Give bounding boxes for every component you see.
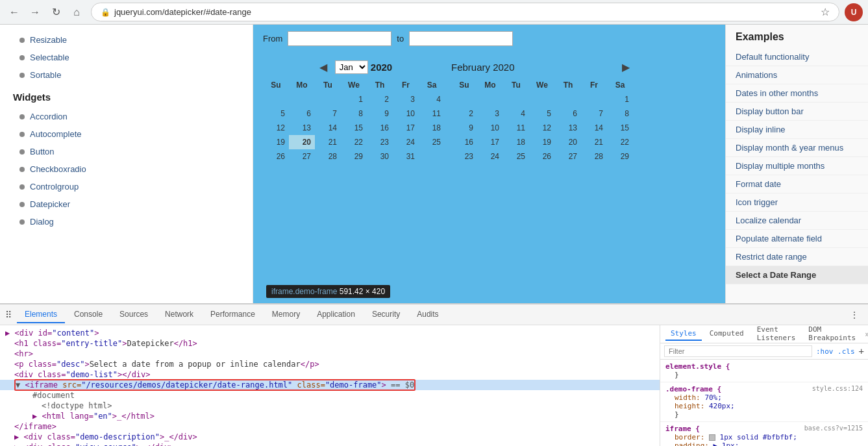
calendar-day[interactable]: 17 bbox=[393, 121, 419, 135]
profile-avatar[interactable]: U bbox=[845, 3, 863, 21]
next-month-button[interactable]: ▶ bbox=[619, 59, 633, 75]
devtools-tab-network[interactable]: Network bbox=[157, 306, 201, 323]
example-item[interactable]: Default functionality bbox=[726, 48, 868, 66]
calendar-day[interactable]: 2 bbox=[367, 92, 393, 106]
filter-input[interactable] bbox=[664, 345, 812, 357]
example-item[interactable]: Animations bbox=[726, 66, 868, 84]
calendar-day[interactable]: 15 bbox=[607, 121, 633, 135]
calendar-day[interactable]: 10 bbox=[393, 106, 419, 121]
reload-button[interactable]: ↻ bbox=[47, 3, 65, 21]
address-bar[interactable]: 🔒 jqueryui.com/datepicker/#date-range ☆ bbox=[91, 3, 839, 21]
sidebar-item-checkboxradio[interactable]: Checkboxradio bbox=[0, 160, 253, 178]
add-style-button[interactable]: + bbox=[859, 346, 864, 356]
month-select[interactable]: JanFebMar AprMayJun JulAugSep OctNovDec bbox=[335, 60, 368, 74]
devtools-tab-sources[interactable]: Sources bbox=[112, 306, 156, 323]
calendar-day[interactable]: 21 bbox=[581, 135, 607, 149]
calendar-day[interactable]: 8 bbox=[607, 106, 633, 121]
calendar-day[interactable]: 20 bbox=[289, 135, 315, 149]
devtools-tab-security[interactable]: Security bbox=[364, 306, 408, 323]
example-item[interactable]: Display multiple months bbox=[726, 157, 868, 175]
calendar-day[interactable]: 12 bbox=[529, 121, 555, 135]
more-tabs-icon[interactable]: » bbox=[865, 330, 868, 339]
sidebar-item-sortable[interactable]: Sortable bbox=[0, 66, 253, 84]
calendar-day[interactable]: 19 bbox=[263, 135, 289, 149]
calendar-day[interactable]: 23 bbox=[451, 149, 477, 164]
calendar-day[interactable]: 27 bbox=[555, 149, 581, 164]
calendar-day[interactable]: 24 bbox=[477, 149, 503, 164]
calendar-day[interactable]: 13 bbox=[555, 121, 581, 135]
calendar-day[interactable]: 9 bbox=[451, 121, 477, 135]
style-source[interactable]: style.css:124 bbox=[812, 385, 863, 392]
calendar-day[interactable]: 24 bbox=[393, 135, 419, 149]
calendar-day[interactable]: 15 bbox=[341, 121, 367, 135]
calendar-day[interactable]: 11 bbox=[419, 106, 445, 121]
bookmark-icon[interactable]: ☆ bbox=[821, 6, 830, 18]
calendar-day[interactable]: 28 bbox=[315, 149, 341, 164]
back-button[interactable]: ← bbox=[5, 3, 23, 21]
forward-button[interactable]: → bbox=[26, 3, 44, 21]
calendar-day[interactable]: 6 bbox=[289, 106, 315, 121]
devtools-tab-elements[interactable]: Elements bbox=[17, 306, 65, 323]
sidebar-item-autocomplete[interactable]: Autocomplete bbox=[0, 125, 253, 143]
example-item[interactable]: Format date bbox=[726, 175, 868, 193]
calendar-day[interactable]: 23 bbox=[367, 135, 393, 149]
calendar-day[interactable]: 18 bbox=[503, 135, 529, 149]
example-item[interactable]: Restrict date range bbox=[726, 248, 868, 266]
calendar-day[interactable]: 4 bbox=[419, 92, 445, 106]
calendar-day[interactable]: 26 bbox=[529, 149, 555, 164]
calendar-day[interactable]: 30 bbox=[367, 149, 393, 164]
styles-tab-styles[interactable]: Styles bbox=[665, 327, 702, 341]
calendar-day[interactable]: 6 bbox=[555, 106, 581, 121]
sidebar-item-dialog[interactable]: Dialog bbox=[0, 213, 253, 230]
example-item[interactable]: Display month & year menus bbox=[726, 139, 868, 157]
example-item[interactable]: Icon trigger bbox=[726, 193, 868, 212]
calendar-day[interactable]: 25 bbox=[419, 135, 445, 149]
calendar-day[interactable]: 5 bbox=[263, 106, 289, 121]
example-item[interactable]: Localize calendar bbox=[726, 212, 868, 230]
calendar-day[interactable]: 20 bbox=[555, 135, 581, 149]
calendar-day[interactable]: 31 bbox=[393, 149, 419, 164]
calendar-day[interactable]: 26 bbox=[263, 149, 289, 164]
calendar-day[interactable]: 2 bbox=[451, 106, 477, 121]
calendar-day[interactable]: 8 bbox=[341, 106, 367, 121]
calendar-day[interactable]: 5 bbox=[529, 106, 555, 121]
styles-tab-computed[interactable]: Computed bbox=[704, 327, 749, 341]
calendar-day[interactable]: 12 bbox=[263, 121, 289, 135]
calendar-day[interactable]: 17 bbox=[477, 135, 503, 149]
devtools-tab-application[interactable]: Application bbox=[309, 306, 363, 323]
calendar-day[interactable]: 22 bbox=[341, 135, 367, 149]
sidebar-item-selectable[interactable]: Selectable bbox=[0, 49, 253, 66]
style-source[interactable]: base.css?v=1215 bbox=[804, 425, 863, 432]
calendar-day[interactable]: 16 bbox=[451, 135, 477, 149]
calendar-day[interactable]: 28 bbox=[581, 149, 607, 164]
example-item[interactable]: Select a Date Range bbox=[726, 266, 868, 284]
devtools-tab-performance[interactable]: Performance bbox=[203, 306, 263, 323]
hov-cls-toggle[interactable]: :hov .cls bbox=[816, 347, 855, 356]
calendar-day[interactable]: 18 bbox=[419, 121, 445, 135]
sidebar-item-resizable[interactable]: Resizable bbox=[0, 31, 253, 49]
from-date-input[interactable] bbox=[288, 31, 391, 46]
sidebar-item-button[interactable]: Button bbox=[0, 143, 253, 160]
calendar-day[interactable]: 1 bbox=[607, 92, 633, 106]
styles-tab-dom-breakpoints[interactable]: DOM Breakpoints bbox=[803, 325, 861, 345]
calendar-day[interactable]: 27 bbox=[289, 149, 315, 164]
calendar-day[interactable]: 29 bbox=[341, 149, 367, 164]
calendar-day[interactable]: 11 bbox=[503, 121, 529, 135]
styles-tab-event-listeners[interactable]: Event Listeners bbox=[752, 325, 801, 345]
example-item[interactable]: Display inline bbox=[726, 121, 868, 139]
calendar-day[interactable]: 1 bbox=[341, 92, 367, 106]
calendar-day[interactable]: 19 bbox=[529, 135, 555, 149]
calendar-day[interactable]: 7 bbox=[581, 106, 607, 121]
devtools-tab-console[interactable]: Console bbox=[66, 306, 110, 323]
calendar-day[interactable]: 10 bbox=[477, 121, 503, 135]
calendar-day[interactable]: 14 bbox=[315, 121, 341, 135]
calendar-day[interactable]: 7 bbox=[315, 106, 341, 121]
calendar-day[interactable]: 29 bbox=[607, 149, 633, 164]
sidebar-item-datepicker[interactable]: Datepicker bbox=[0, 195, 253, 213]
calendar-day[interactable]: 14 bbox=[581, 121, 607, 135]
calendar-day[interactable]: 13 bbox=[289, 121, 315, 135]
sidebar-item-controlgroup[interactable]: Controlgroup bbox=[0, 178, 253, 195]
prev-month-button[interactable]: ◀ bbox=[316, 59, 331, 75]
sidebar-item-accordion[interactable]: Accordion bbox=[0, 108, 253, 125]
to-date-input[interactable] bbox=[409, 31, 513, 46]
